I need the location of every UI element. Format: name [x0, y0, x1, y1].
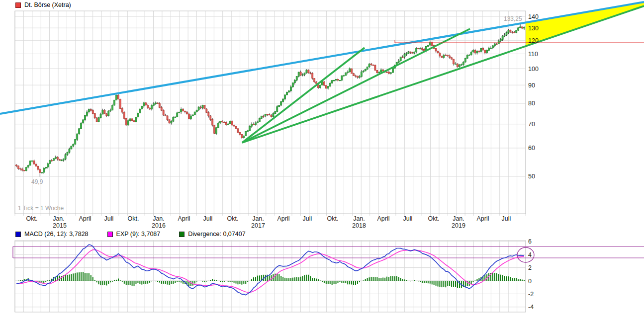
svg-text:60: 60 [528, 145, 535, 152]
stock-chart-widget: 14013012011010090807060506420-2-4Okt.Jan… [0, 0, 644, 323]
svg-text:50: 50 [528, 173, 535, 180]
exp-legend-label: EXP (9): 3,7087 [116, 231, 161, 238]
svg-text:2018: 2018 [352, 222, 366, 229]
svg-text:Okt.: Okt. [428, 215, 440, 222]
svg-text:April: April [476, 215, 489, 222]
svg-text:140: 140 [528, 13, 539, 20]
series-swatch-icon [15, 2, 21, 8]
macd-legend-label: MACD (26, 12): 3,7828 [24, 231, 89, 238]
svg-text:Juli: Juli [104, 215, 114, 222]
svg-text:Okt.: Okt. [227, 215, 239, 222]
svg-text:100: 100 [528, 66, 539, 73]
divergence-legend-item: Divergence: 0,07407 [179, 231, 245, 238]
price-macd-chart: 14013012011010090807060506420-2-4Okt.Jan… [0, 0, 644, 323]
svg-text:0: 0 [528, 278, 532, 285]
high-annotation: 133,25 [504, 15, 522, 22]
svg-text:April: April [178, 215, 190, 222]
svg-text:2019: 2019 [452, 222, 465, 229]
macd-legend: MACD (26, 12): 3,7828 EXP (9): 3,7087 Di… [15, 231, 265, 238]
svg-text:110: 110 [528, 51, 538, 58]
svg-text:-2: -2 [528, 291, 534, 298]
svg-text:2016: 2016 [152, 222, 166, 229]
svg-text:6: 6 [528, 238, 532, 245]
svg-text:April: April [377, 215, 389, 222]
svg-text:Okt.: Okt. [327, 215, 339, 222]
svg-text:Okt.: Okt. [128, 215, 139, 222]
macd-layer [13, 244, 644, 295]
chart-title: Dt. Börse (Xetra) [15, 1, 71, 8]
svg-text:Jan.: Jan. [252, 215, 264, 222]
exp-swatch-icon [107, 232, 113, 237]
svg-text:2015: 2015 [53, 222, 67, 229]
macd-legend-item: MACD (26, 12): 3,7828 [15, 231, 89, 238]
svg-text:Jan.: Jan. [53, 215, 65, 222]
svg-text:Juli: Juli [303, 215, 312, 222]
svg-text:April: April [277, 215, 289, 222]
svg-text:90: 90 [528, 82, 535, 89]
candles-layer [16, 24, 525, 176]
svg-text:2017: 2017 [251, 222, 265, 229]
svg-text:Juli: Juli [403, 215, 413, 222]
svg-text:130: 130 [528, 25, 539, 32]
macd-swatch-icon [15, 232, 21, 237]
svg-text:Okt.: Okt. [26, 215, 38, 222]
svg-text:120: 120 [528, 37, 539, 44]
divergence-swatch-icon [179, 232, 184, 237]
svg-text:Juli: Juli [502, 215, 511, 222]
chart-title-label: Dt. Börse (Xetra) [24, 1, 71, 8]
svg-text:4: 4 [528, 251, 532, 258]
svg-text:Jan.: Jan. [453, 215, 464, 222]
divergence-legend-label: Divergence: 0,07407 [188, 231, 245, 238]
svg-text:2: 2 [528, 264, 532, 271]
exp-legend-item: EXP (9): 3,7087 [107, 231, 161, 238]
svg-text:80: 80 [528, 100, 535, 107]
svg-text:Juli: Juli [203, 215, 213, 222]
tick-scale-note: 1 Tick = 1 Woche [18, 205, 64, 212]
svg-text:-4: -4 [528, 304, 534, 311]
low-annotation: 49,9 [31, 178, 43, 185]
svg-text:70: 70 [528, 121, 535, 128]
svg-text:Jan.: Jan. [353, 215, 365, 222]
svg-text:Jan.: Jan. [153, 215, 165, 222]
svg-text:April: April [79, 215, 91, 222]
